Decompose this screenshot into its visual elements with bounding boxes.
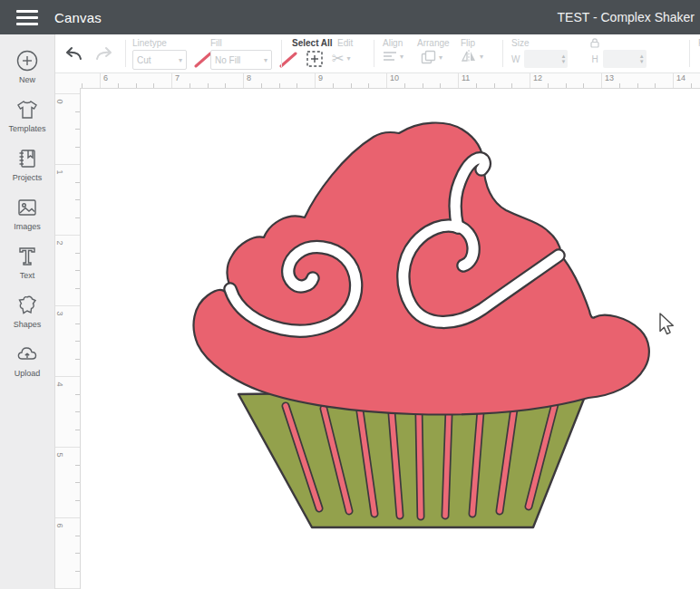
flip-label: Flip (461, 38, 475, 48)
width-input[interactable]: ▲▼ (524, 50, 568, 68)
ruler-tick (153, 83, 154, 88)
ruler-tick (171, 72, 172, 88)
flip-button[interactable]: Flip ▾ (461, 34, 499, 72)
align-icon (383, 50, 397, 63)
chevron-down-icon: ▾ (346, 54, 350, 63)
ruler-tick (673, 72, 674, 88)
ruler-tick (75, 500, 80, 501)
toolbar-divider (502, 40, 503, 67)
ruler-tick (75, 411, 80, 412)
ruler-tick (75, 147, 80, 148)
ruler-tick (208, 83, 209, 88)
ruler-tick (54, 93, 80, 94)
horizontal-ruler: 67891011121314 (54, 72, 700, 89)
vertical-ruler: 01234567 (54, 88, 81, 589)
lock-icon[interactable] (589, 37, 600, 48)
ruler-number: 0 (55, 99, 64, 103)
sidebar-item-text[interactable]: Text (0, 237, 54, 286)
arrange-label: Arrange (417, 38, 450, 48)
project-title: TEST - Complex Shaker (558, 10, 695, 24)
ruler-tick (75, 571, 80, 572)
ruler-tick (530, 72, 530, 88)
ruler-tick (494, 83, 495, 88)
ruler-tick (75, 111, 80, 112)
sidebar-item-shapes[interactable]: Shapes (0, 286, 54, 335)
ruler-tick (583, 83, 584, 88)
cup-stripe (445, 413, 449, 516)
ruler-tick (619, 83, 620, 88)
ruler-tick (386, 72, 387, 88)
ruler-tick (75, 465, 80, 466)
chevron-down-icon: ▾ (480, 53, 483, 61)
ruler-number: 2 (55, 240, 64, 245)
ruler-number: 12 (533, 73, 542, 82)
ruler-tick (54, 376, 80, 377)
sidebar-item-label: Images (14, 222, 41, 231)
ruler-number: 14 (676, 73, 685, 82)
fill-dropdown[interactable]: No Fill ▾ (210, 50, 272, 70)
ruler-number: 13 (605, 73, 614, 82)
ruler-tick (75, 359, 80, 360)
ruler-tick (655, 83, 656, 88)
picture-icon (15, 196, 39, 219)
align-button[interactable]: Align ▾ (383, 34, 417, 72)
ruler-tick (136, 83, 137, 88)
width-label: W (511, 54, 520, 64)
ruler-tick (75, 341, 80, 342)
ruler-tick (54, 305, 80, 306)
ruler-tick (75, 553, 80, 554)
size-label: Size (511, 38, 529, 48)
ruler-tick (279, 83, 280, 88)
edit-label: Edit (337, 38, 353, 48)
ruler-tick (190, 83, 190, 88)
edit-button[interactable]: Edit ✂ ▾ (332, 34, 374, 72)
ruler-tick (225, 83, 226, 88)
ruler-tick (75, 270, 80, 271)
size-group: Size W ▲▼ H ▲▼ (511, 34, 684, 72)
linetype-value: Cut (137, 55, 151, 65)
design-canvas[interactable] (80, 88, 700, 589)
ruler-tick (333, 83, 334, 88)
chevron-down-icon: ▾ (439, 53, 442, 62)
arrange-button[interactable]: Arrange ▾ (417, 34, 459, 72)
ruler-tick (423, 83, 423, 88)
cupcake-artwork[interactable] (80, 88, 700, 589)
sidebar-item-new[interactable]: New (0, 42, 54, 91)
ruler-tick (54, 517, 80, 518)
ruler-number: 3 (55, 311, 64, 315)
ruler-tick (351, 83, 352, 88)
linetype-label: Linetype (132, 38, 167, 48)
linetype-dropdown[interactable]: Cut ▾ (132, 50, 187, 70)
select-all-icon (306, 50, 324, 68)
page-title: Canvas (54, 10, 102, 25)
ruler-tick (54, 235, 80, 236)
sidebar-item-upload[interactable]: Upload (0, 335, 54, 384)
redo-button[interactable] (92, 43, 116, 63)
ruler-tick (54, 164, 80, 165)
left-sidebar: New Templates Projects Images Text (0, 34, 55, 589)
ruler-tick (75, 536, 80, 536)
toolbar-divider (125, 40, 126, 67)
ruler-tick (458, 72, 459, 88)
sidebar-item-label: New (19, 75, 35, 84)
undo-button[interactable] (62, 43, 85, 63)
scissors-icon: ✂ (332, 50, 344, 67)
linetype-group: Linetype Cut ▾ (132, 34, 212, 72)
fill-group: Fill No Fill ▾ (210, 34, 297, 72)
ruler-tick (75, 129, 80, 130)
cupcake-frosting[interactable] (194, 123, 649, 415)
ruler-tick (118, 83, 119, 88)
height-input[interactable]: ▲▼ (603, 50, 647, 68)
ruler-tick (511, 83, 512, 88)
align-label: Align (383, 38, 403, 48)
sidebar-item-images[interactable]: Images (0, 188, 54, 237)
ruler-tick (75, 323, 80, 324)
sidebar-item-projects[interactable]: Projects (0, 140, 54, 188)
select-all-label: Select All (292, 38, 333, 48)
hamburger-menu-icon[interactable] (0, 0, 54, 34)
ruler-number: 4 (55, 381, 64, 386)
ruler-tick (637, 83, 638, 88)
height-stepper[interactable]: ▲▼ (639, 53, 645, 64)
width-stepper[interactable]: ▲▼ (561, 53, 567, 64)
sidebar-item-templates[interactable]: Templates (0, 91, 54, 140)
